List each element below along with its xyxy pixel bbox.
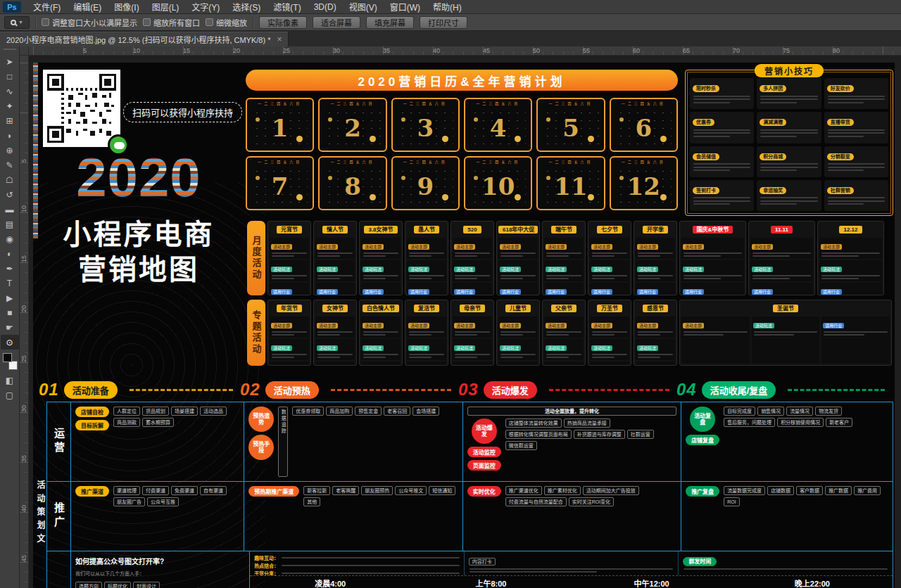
flow-node: 销售情况 — [757, 407, 784, 416]
dodge-tool[interactable]: ◐ — [1, 246, 19, 261]
activity-field: 活动主题 — [315, 317, 355, 338]
zoom-action-button[interactable]: 填充屏幕 — [366, 16, 414, 29]
text-line — [409, 354, 444, 355]
ruler-number: 5 — [20, 113, 27, 162]
type-tool[interactable]: T — [1, 276, 19, 290]
zoom-action-button[interactable]: 实际像素 — [259, 16, 307, 29]
text-line — [470, 568, 674, 570]
poster-header: 扫码可以获得小程序扶持 2020 小程序电商 营销地图 — [33, 63, 244, 386]
text-line — [455, 253, 490, 254]
option-checkbox[interactable]: 细微缩放 — [206, 17, 247, 28]
menu-item[interactable]: 帮助(H) — [427, 0, 468, 13]
gradient-tool[interactable]: ▤ — [1, 217, 19, 231]
text-line — [455, 331, 490, 333]
active-tool-well[interactable]: ▼ — [4, 16, 30, 29]
flow-node: 新老客户 — [826, 418, 852, 427]
quick-mask-button[interactable]: ◧ — [1, 373, 19, 388]
text-line — [693, 197, 750, 198]
flow-node: 推广费用 — [854, 486, 881, 495]
text-line — [282, 573, 460, 574]
close-icon[interactable]: × — [277, 34, 282, 44]
activity-field: 活动玩法 — [270, 260, 309, 281]
activity-field: 活动主题 — [361, 238, 401, 259]
menu-item[interactable]: 图像(I) — [108, 0, 145, 13]
flow-node: 选题方向 — [75, 582, 102, 588]
separator — [35, 17, 36, 28]
tip-card: 社群营销 — [824, 180, 888, 211]
text-line — [500, 354, 536, 355]
screen-mode-button[interactable]: ▢ — [1, 388, 19, 402]
checkbox-box[interactable] — [143, 18, 151, 26]
text-line — [754, 334, 794, 335]
activity-field: 活动玩法 — [498, 339, 538, 360]
move-tool[interactable]: ➤ — [1, 54, 19, 69]
menu-item[interactable]: 视图(V) — [343, 0, 384, 13]
text-line — [455, 357, 477, 358]
lasso-tool[interactable]: ∿ — [1, 84, 19, 98]
stage-04: 04 活动收尾/复盘 — [676, 380, 892, 400]
option-checkbox[interactable]: 调整窗口大小以满屏显示 — [42, 17, 137, 28]
checkbox-box[interactable] — [42, 18, 49, 26]
tip-card: 会员储值 — [690, 146, 754, 177]
text-line — [455, 334, 477, 335]
month-number: 7 — [247, 163, 313, 209]
bullet-lead: 干货分享： — [254, 570, 279, 575]
ruler-number: 45 — [20, 512, 27, 562]
flow-node: 短信通知 — [429, 486, 455, 495]
zoom-action-button[interactable]: 打印尺寸 — [420, 16, 467, 29]
flow-pill: 推广渠道 — [75, 486, 109, 497]
menu-item[interactable]: 编辑(E) — [67, 0, 108, 13]
hand-tool[interactable]: ☛ — [1, 320, 19, 335]
activity-field: 活动主题 — [361, 317, 401, 338]
activity-card-title: 11.11 — [771, 226, 793, 234]
stage-dashes — [549, 389, 669, 391]
activity-card-title: 七夕节 — [597, 226, 622, 234]
magic-wand-tool[interactable]: ✦ — [1, 98, 19, 113]
ruler-number: 20 — [233, 47, 283, 54]
healing-brush-tool[interactable]: ⊕ — [1, 143, 19, 158]
canvas[interactable]: 扫码可以获得小程序扶持 2020 小程序电商 营销地图 2020营销日历&全年营… — [29, 56, 901, 588]
clone-stamp-tool[interactable]: ☖ — [1, 172, 19, 187]
activity-field: 活动主题 — [270, 238, 309, 259]
color-swatches[interactable] — [1, 352, 19, 371]
text-line — [409, 334, 431, 335]
text-line — [592, 331, 627, 333]
option-checkbox[interactable]: 缩放所有窗口 — [143, 17, 200, 28]
calendar-month-card: 一二三四五六日 7 — [246, 156, 314, 210]
activity-field-label: 活动玩法 — [500, 345, 521, 351]
text-line — [546, 357, 569, 358]
path-selection-tool[interactable]: ▶ — [1, 290, 19, 305]
history-brush-tool[interactable]: ↺ — [1, 187, 19, 202]
menu-item[interactable]: 图层(L) — [146, 0, 186, 13]
menu-item[interactable]: 文件(F) — [27, 0, 67, 13]
flow-node: 朋友圈预热 — [361, 486, 393, 495]
ruler-number: 70 — [733, 47, 783, 54]
eyedropper-tool[interactable]: ◗ — [1, 128, 19, 143]
blur-tool[interactable]: ◉ — [1, 231, 19, 246]
flow-node: 补货跟进与库存调整 — [574, 430, 625, 439]
foreground-color-swatch[interactable] — [3, 353, 12, 362]
menu-item[interactable]: 3D(D) — [308, 0, 343, 13]
shape-tool[interactable]: ■ — [1, 305, 19, 320]
zoom-action-button[interactable]: 适合屏幕 — [313, 16, 360, 29]
activity-field-label: 活动玩法 — [408, 267, 429, 272]
brush-tool[interactable]: ✎ — [1, 158, 19, 172]
crop-tool[interactable]: ⊞ — [1, 113, 19, 128]
document-tab[interactable]: 2020小程序电商营销地图.jpg @ 12.5% (扫码可以获得小程序扶持, … — [0, 32, 289, 46]
menu-item[interactable]: 滤镜(T) — [267, 0, 307, 13]
panel-grip[interactable] — [4, 49, 16, 52]
pen-tool[interactable]: ✒ — [1, 261, 19, 276]
activity-field-label: 适用行业 — [591, 289, 612, 295]
activity-field-label: 活动玩法 — [752, 267, 773, 272]
activity-field: 适用行业 — [407, 283, 446, 295]
menu-item[interactable]: 文字(Y) — [185, 0, 226, 13]
checkbox-box[interactable] — [206, 18, 213, 26]
zoom-tool[interactable]: ⊙ — [1, 335, 19, 350]
menu-item[interactable]: 选择(S) — [226, 0, 267, 13]
marquee-tool[interactable]: □ — [1, 69, 19, 84]
bullet-lead: 趣味互动： — [254, 554, 279, 561]
eraser-tool[interactable]: ▬ — [1, 202, 19, 217]
menu-item[interactable]: 窗口(W) — [384, 0, 427, 13]
text-line — [752, 253, 811, 254]
activity-card-title: 618年中大促 — [498, 226, 538, 234]
